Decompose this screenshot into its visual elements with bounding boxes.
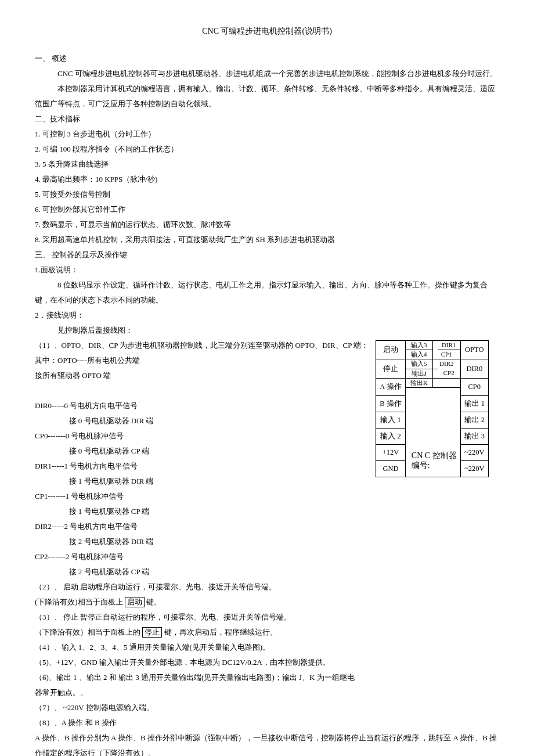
spec-8: 8. 采用超高速单片机控制，采用共阳接法，可直接驱动我厂生产的 SH 系列步进电…: [35, 232, 499, 247]
diagram-gap: [432, 369, 437, 378]
pin-cp0: CP0: [460, 378, 488, 396]
note-6b: 器常开触点。。: [35, 685, 499, 700]
pin-12v: +12V: [376, 445, 405, 461]
diagram-gap: [405, 387, 460, 396]
section-1-para-1: CNC 可编程步进电机控制器可与步进电机驱动器、步进电机组成一个完善的步进电机控…: [35, 66, 499, 81]
note-3a: （3）、 停止 暂停正自动运行的程序，可接霍尔、光电、接近开关等信号端。: [35, 610, 499, 625]
section-1-heading: 一、 概述: [35, 51, 499, 66]
cp1-line: CP1-------1 号电机脉冲信号: [35, 489, 499, 504]
panel-desc: 8 位数码显示 作设定、循环作计数、运行状态、电机工作之用。指示灯显示输入、输出…: [35, 278, 499, 308]
cp2-line: CP2-------2 号电机脉冲信号: [35, 549, 499, 564]
pin-in5: 输入5: [405, 359, 432, 369]
wiring-heading: 2．接线说明：: [35, 308, 499, 323]
note-8p: A 操作、B 操作分别为 A 操作、B 操作外部中断源（强制中断），一旦接收中断…: [35, 730, 499, 756]
pin-in4: 输入4: [405, 350, 432, 359]
dir2-line: DIR2-----2 号电机方向电平信号: [35, 519, 499, 534]
pin-out2: 输出 2: [460, 412, 488, 429]
wiring-diagram: 启动 输入3 DIR1 OPTO 输入4 CP1 停止 输入5 DIR2 DIR…: [376, 340, 489, 477]
spec-2: 2. 可编 100 段程序指令（不同的工作状态）: [35, 142, 499, 157]
pin-out1: 输出 1: [460, 396, 488, 412]
pin-in1: 输入 1: [376, 412, 405, 429]
diagram-gap: [405, 429, 460, 445]
pin-dir1: DIR1: [438, 341, 460, 350]
diagram-gap: [405, 412, 460, 429]
pin-cp2: CP2: [438, 369, 460, 378]
pin-gnd: GND: [376, 461, 405, 477]
diagram-cnc-label: CN C 控制器 编号:: [405, 445, 460, 477]
wiring-desc: 见控制器后盖接线图：: [35, 323, 499, 338]
note-3b: （下降沿有效）相当于面板上的 停止 键，再次启动后，程序继续运行。: [35, 625, 499, 640]
diagram-gap: [405, 396, 460, 412]
spec-3: 3. 5 条升降速曲线选择: [35, 157, 499, 172]
section-2-heading: 二、技术指标: [35, 111, 499, 127]
spec-4: 4. 最高输出频率：10 KPPS（脉冲/秒): [35, 172, 499, 187]
pin-outK: 输出K: [405, 378, 432, 387]
stop-key-box: 停止: [142, 627, 162, 638]
pin-dir0: DIR0: [460, 359, 488, 378]
pin-opto: OPTO: [460, 341, 488, 359]
document-title: CNC 可编程步进电机控制器(说明书): [35, 23, 499, 39]
pin-in3: 输入3: [405, 341, 432, 350]
pin-start: 启动: [376, 341, 405, 359]
pin-220v-a: ~220V: [460, 445, 488, 461]
dir2-conn: 接 2 号电机驱动器 DIR 端: [35, 534, 499, 549]
section-1-para-2: 本控制器采用计算机式的编程语言，拥有输入、输出、计数、循环、条件转移、无条件转移…: [35, 81, 499, 111]
note-2b: (下降沿有效)相当于面板上 启动 键。: [35, 595, 499, 610]
note-7: （7）、 ~220V 控制器电源输入端。: [35, 700, 499, 715]
spec-1: 1. 可控制 3 台步进电机（分时工作）: [35, 127, 499, 142]
note-5: （5)、+12V、GND 输入输出开关量外部电源，本电源为 DC12V/0.2A…: [35, 655, 499, 670]
diagram-gap: [432, 341, 437, 350]
pin-stop: 停止: [376, 359, 405, 378]
start-key-box: 启动: [125, 597, 145, 607]
pin-a-op: A 操作: [376, 378, 405, 396]
section-3-heading: 三、 控制器的显示及操作键: [35, 247, 499, 262]
note-8h: （8）、A 操作 和 B 操作: [35, 715, 499, 730]
pin-220v-b: ~220V: [460, 461, 488, 477]
pin-outJ: 输出J: [405, 369, 432, 378]
note-4: （4）、输入 1、2、3、4、5 通用开关量输入端(见开关量输入电路图)。: [35, 640, 499, 655]
cp1-conn: 接 1 号电机驱动器 CP 端: [35, 504, 499, 519]
diagram-gap: [432, 378, 460, 387]
pin-in2: 输入 2: [376, 429, 405, 445]
note-2a: （2）、 启动 启动程序自动运行，可接霍尔、光电、接近开关等信号端。: [35, 579, 499, 595]
pin-out3: 输出 3: [460, 429, 488, 445]
panel-heading: 1.面板说明：: [35, 262, 499, 278]
pin-b-op: B 操作: [376, 396, 405, 412]
spec-7: 7. 数码显示，可显示当前的运行状态、循环次数、脉冲数等: [35, 217, 499, 232]
pin-cp1: CP1: [432, 350, 460, 359]
note-6a: （6)、输出 1 、输出 2 和 输出 3 通用开关量输出端(见开关量输出电路图…: [35, 670, 499, 685]
spec-5: 5. 可接受外接信号控制: [35, 187, 499, 202]
pin-dir2: DIR2: [432, 359, 460, 369]
cp2-conn: 接 2 号电机驱动器 CP 端: [35, 564, 499, 579]
spec-6: 6. 可控制外部其它部件工作: [35, 202, 499, 217]
